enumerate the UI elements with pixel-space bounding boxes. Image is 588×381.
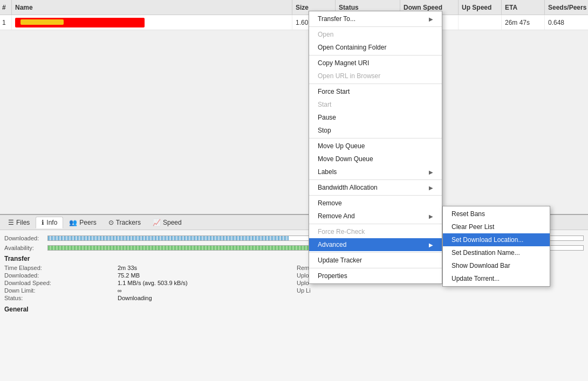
menu-item-force-recheck: Force Re-Check [309, 225, 442, 238]
tab-info[interactable]: ℹ Info [36, 217, 63, 228]
menu-item-label-labels: Labels [318, 168, 337, 176]
tab-speed-label: Speed [163, 219, 182, 226]
col-hash[interactable]: # [0, 0, 12, 15]
up-limit-label: Up Li [297, 287, 405, 294]
menu-item-labels[interactable]: Labels▶ [309, 165, 442, 178]
menu-item-label-remove: Remove [318, 199, 342, 207]
menu-item-label-remove-and: Remove And [318, 212, 355, 220]
submenu-item-show-download-bar[interactable]: Show Download Bar [443, 259, 550, 272]
submenu-arrow-bandwidth: ▶ [429, 185, 433, 191]
downloaded-value: 75.2 MB [118, 272, 291, 279]
menu-item-force-start[interactable]: Force Start [309, 85, 442, 98]
menu-separator [309, 195, 442, 196]
menu-item-label-open-folder: Open Containing Folder [318, 44, 386, 51]
downloaded-label: Downloaded: [4, 272, 112, 279]
menu-item-properties[interactable]: Properties [309, 269, 442, 282]
submenu-item-set-download-location[interactable]: Set Download Location... [443, 233, 550, 246]
col-up-speed[interactable]: Up Speed [459, 0, 502, 15]
submenu-arrow-transfer-to: ▶ [429, 16, 433, 22]
menu-item-label-force-recheck: Force Re-Check [318, 228, 365, 235]
general-title: General [4, 306, 584, 313]
col-seeds[interactable]: Seeds/Peers [545, 0, 588, 15]
tab-speed[interactable]: 📈 Speed [147, 217, 188, 228]
menu-item-label-start: Start [318, 101, 331, 108]
redacted-name [15, 18, 145, 27]
menu-item-open-folder[interactable]: Open Containing Folder [309, 41, 442, 54]
menu-item-update-tracker[interactable]: Update Tracker [309, 254, 442, 267]
menu-item-label-bandwidth: Bandwidth Allocation [318, 184, 378, 191]
submenu-item-reset-bans[interactable]: Reset Bans [443, 207, 550, 220]
menu-item-copy-magnet[interactable]: Copy Magnet URI [309, 57, 442, 70]
menu-item-label-pause: Pause [318, 114, 336, 121]
empty-label [297, 295, 405, 301]
downloaded-bar-label: Downloaded: [4, 235, 47, 241]
cell-seeds: 0.648 [545, 15, 588, 30]
submenu-item-update-torrent[interactable]: Update Torrent... [443, 272, 550, 285]
cell-eta: 26m 47s [502, 15, 545, 30]
up-limit-value [410, 287, 584, 294]
down-limit-label: Down Limit: [4, 287, 112, 294]
status-label: Status: [4, 295, 112, 301]
menu-item-open: Open [309, 28, 442, 41]
submenu-item-set-destination-name[interactable]: Set Destination Name... [443, 246, 550, 259]
tab-files[interactable]: ☰ Files [2, 217, 36, 228]
menu-item-move-down[interactable]: Move Down Queue [309, 153, 442, 165]
submenu-arrow-advanced: ▶ [429, 242, 433, 248]
menu-item-label-properties: Properties [318, 272, 347, 280]
context-menu: Transfer To...▶OpenOpen Containing Folde… [309, 11, 442, 284]
menu-separator [309, 138, 442, 138]
trackers-icon: ⊙ [108, 219, 114, 226]
menu-item-label-advanced: Advanced [318, 241, 346, 248]
menu-item-transfer-to[interactable]: Transfer To...▶ [309, 12, 442, 25]
cell-up-speed [459, 15, 502, 30]
menu-item-move-up[interactable]: Move Up Queue [309, 140, 442, 153]
menu-item-pause[interactable]: Pause [309, 111, 442, 124]
menu-item-remove-and[interactable]: Remove And▶ [309, 210, 442, 223]
table-header: # Name Size Status Down Speed Up Speed E… [0, 0, 588, 15]
status-value: Downloading [118, 295, 291, 301]
menu-item-label-open-url: Open URL in Browser [318, 72, 380, 80]
menu-item-open-url: Open URL in Browser [309, 70, 442, 82]
speed-icon: 📈 [153, 219, 161, 226]
time-elapsed-value: 2m 33s [118, 265, 291, 271]
menu-separator [309, 26, 442, 27]
menu-item-remove[interactable]: Remove [309, 197, 442, 210]
submenu-arrow-labels: ▶ [429, 169, 433, 175]
time-elapsed-label: Time Elapsed: [4, 265, 112, 271]
empty-value [410, 295, 584, 301]
menu-separator [309, 179, 442, 180]
tab-peers-label: Peers [79, 219, 96, 226]
tab-trackers[interactable]: ⊙ Trackers [102, 217, 147, 228]
tab-trackers-label: Trackers [116, 219, 141, 226]
menu-item-advanced[interactable]: Advanced▶ [309, 238, 442, 251]
table-row[interactable]: 1 1.60 GB Downloa 2.4 kB/s 26m 47s 0.648 [0, 15, 588, 30]
submenu-advanced: Reset BansClear Peer ListSet Download Lo… [442, 206, 550, 287]
menu-item-label-update-tracker: Update Tracker [318, 257, 362, 264]
menu-item-label-force-start: Force Start [318, 88, 350, 95]
down-limit-value: ∞ [118, 287, 291, 294]
menu-item-label-open: Open [318, 31, 333, 38]
menu-item-label-copy-magnet: Copy Magnet URI [318, 59, 369, 67]
menu-item-start: Start [309, 98, 442, 111]
tab-peers[interactable]: 👥 Peers [63, 217, 102, 228]
menu-item-stop[interactable]: Stop [309, 124, 442, 137]
info-icon: ℹ [42, 219, 44, 226]
menu-separator [309, 268, 442, 268]
downloaded-bar-fill [48, 236, 289, 240]
files-icon: ☰ [8, 219, 14, 226]
col-name[interactable]: Name [12, 0, 292, 15]
cell-name [12, 15, 292, 30]
availability-bar-label: Availability: [4, 245, 47, 251]
menu-separator [309, 55, 442, 56]
submenu-item-clear-peer-list[interactable]: Clear Peer List [443, 220, 550, 233]
peers-icon: 👥 [69, 219, 77, 226]
tab-info-label: Info [46, 219, 57, 226]
menu-item-label-stop: Stop [318, 127, 331, 134]
menu-item-bandwidth[interactable]: Bandwidth Allocation▶ [309, 181, 442, 194]
cell-index: 1 [0, 15, 12, 30]
tab-files-label: Files [16, 219, 30, 226]
col-eta[interactable]: ETA [502, 0, 545, 15]
menu-separator [309, 224, 442, 224]
menu-item-label-move-up: Move Up Queue [318, 142, 365, 150]
menu-item-label-transfer-to: Transfer To... [318, 15, 355, 23]
